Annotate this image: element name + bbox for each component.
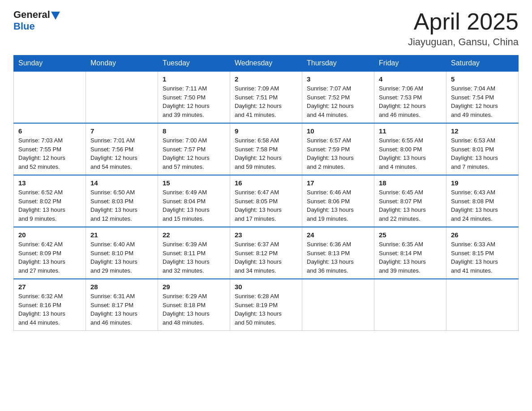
day-info: Sunrise: 6:28 AM Sunset: 8:19 PM Dayligh… [235, 292, 297, 327]
day-info: Sunrise: 6:39 AM Sunset: 8:11 PM Dayligh… [163, 240, 225, 275]
day-info: Sunrise: 6:46 AM Sunset: 8:06 PM Dayligh… [307, 188, 369, 223]
day-info: Sunrise: 6:36 AM Sunset: 8:13 PM Dayligh… [307, 240, 369, 275]
day-info: Sunrise: 6:31 AM Sunset: 8:17 PM Dayligh… [90, 292, 153, 327]
weekday-header-saturday: Saturday [446, 56, 519, 72]
day-number: 5 [451, 75, 514, 83]
month-title: April 2025 [408, 9, 519, 34]
day-info: Sunrise: 6:53 AM Sunset: 8:01 PM Dayligh… [451, 136, 514, 171]
day-number: 17 [307, 179, 369, 187]
calendar-cell: 4Sunrise: 7:06 AM Sunset: 7:53 PM Daylig… [374, 71, 446, 123]
day-number: 2 [235, 75, 297, 83]
day-info: Sunrise: 7:06 AM Sunset: 7:53 PM Dayligh… [379, 84, 442, 119]
day-number: 9 [235, 127, 297, 135]
calendar-week-row: 1Sunrise: 7:11 AM Sunset: 7:50 PM Daylig… [14, 71, 519, 123]
calendar-cell: 24Sunrise: 6:36 AM Sunset: 8:13 PM Dayli… [302, 227, 374, 279]
calendar-cell: 9Sunrise: 6:58 AM Sunset: 7:58 PM Daylig… [230, 123, 302, 175]
day-info: Sunrise: 6:32 AM Sunset: 8:16 PM Dayligh… [18, 292, 81, 327]
day-number: 14 [90, 179, 153, 187]
calendar-week-row: 20Sunrise: 6:42 AM Sunset: 8:09 PM Dayli… [14, 227, 519, 279]
calendar-week-row: 27Sunrise: 6:32 AM Sunset: 8:16 PM Dayli… [14, 279, 519, 331]
weekday-header-row: SundayMondayTuesdayWednesdayThursdayFrid… [14, 56, 519, 72]
weekday-header-thursday: Thursday [302, 56, 374, 72]
calendar-week-row: 13Sunrise: 6:52 AM Sunset: 8:02 PM Dayli… [14, 175, 519, 227]
day-info: Sunrise: 6:42 AM Sunset: 8:09 PM Dayligh… [18, 240, 81, 275]
calendar-cell: 19Sunrise: 6:43 AM Sunset: 8:08 PM Dayli… [446, 175, 519, 227]
calendar-cell: 25Sunrise: 6:35 AM Sunset: 8:14 PM Dayli… [374, 227, 446, 279]
calendar-cell [302, 279, 374, 331]
calendar-cell: 5Sunrise: 7:04 AM Sunset: 7:54 PM Daylig… [446, 71, 519, 123]
title-area: April 2025 Jiayuguan, Gansu, China [408, 9, 519, 48]
day-number: 4 [379, 75, 442, 83]
calendar-week-row: 6Sunrise: 7:03 AM Sunset: 7:55 PM Daylig… [14, 123, 519, 175]
day-info: Sunrise: 6:47 AM Sunset: 8:05 PM Dayligh… [235, 188, 297, 223]
calendar-cell: 15Sunrise: 6:49 AM Sunset: 8:04 PM Dayli… [158, 175, 230, 227]
day-info: Sunrise: 6:57 AM Sunset: 7:59 PM Dayligh… [307, 136, 369, 171]
day-number: 25 [379, 231, 442, 239]
calendar-cell: 17Sunrise: 6:46 AM Sunset: 8:06 PM Dayli… [302, 175, 374, 227]
logo: General Blue [13, 9, 60, 32]
day-info: Sunrise: 7:04 AM Sunset: 7:54 PM Dayligh… [451, 84, 514, 119]
weekday-header-monday: Monday [86, 56, 158, 72]
day-info: Sunrise: 6:43 AM Sunset: 8:08 PM Dayligh… [451, 188, 514, 223]
logo-general-text: General [13, 9, 50, 21]
day-info: Sunrise: 7:07 AM Sunset: 7:52 PM Dayligh… [307, 84, 369, 119]
day-number: 20 [18, 231, 81, 239]
day-info: Sunrise: 6:40 AM Sunset: 8:10 PM Dayligh… [90, 240, 153, 275]
location-title: Jiayuguan, Gansu, China [408, 36, 519, 48]
calendar-cell [14, 71, 86, 123]
day-number: 15 [163, 179, 225, 187]
day-info: Sunrise: 6:52 AM Sunset: 8:02 PM Dayligh… [18, 188, 81, 223]
day-number: 7 [90, 127, 153, 135]
day-info: Sunrise: 6:45 AM Sunset: 8:07 PM Dayligh… [379, 188, 442, 223]
logo-triangle-icon [51, 12, 60, 20]
day-number: 30 [235, 283, 297, 291]
day-number: 29 [163, 283, 225, 291]
weekday-header-tuesday: Tuesday [158, 56, 230, 72]
calendar-cell: 8Sunrise: 7:00 AM Sunset: 7:57 PM Daylig… [158, 123, 230, 175]
day-info: Sunrise: 7:00 AM Sunset: 7:57 PM Dayligh… [163, 136, 225, 171]
calendar-cell: 3Sunrise: 7:07 AM Sunset: 7:52 PM Daylig… [302, 71, 374, 123]
day-number: 13 [18, 179, 81, 187]
day-info: Sunrise: 7:09 AM Sunset: 7:51 PM Dayligh… [235, 84, 297, 119]
calendar-cell: 23Sunrise: 6:37 AM Sunset: 8:12 PM Dayli… [230, 227, 302, 279]
day-info: Sunrise: 6:29 AM Sunset: 8:18 PM Dayligh… [163, 292, 225, 327]
calendar-cell: 12Sunrise: 6:53 AM Sunset: 8:01 PM Dayli… [446, 123, 519, 175]
calendar-cell: 2Sunrise: 7:09 AM Sunset: 7:51 PM Daylig… [230, 71, 302, 123]
calendar-cell: 6Sunrise: 7:03 AM Sunset: 7:55 PM Daylig… [14, 123, 86, 175]
calendar-cell [446, 279, 519, 331]
day-info: Sunrise: 6:35 AM Sunset: 8:14 PM Dayligh… [379, 240, 442, 275]
calendar-cell: 26Sunrise: 6:33 AM Sunset: 8:15 PM Dayli… [446, 227, 519, 279]
day-info: Sunrise: 7:11 AM Sunset: 7:50 PM Dayligh… [163, 84, 225, 119]
day-info: Sunrise: 7:01 AM Sunset: 7:56 PM Dayligh… [90, 136, 153, 171]
day-number: 12 [451, 127, 514, 135]
day-number: 22 [163, 231, 225, 239]
day-number: 1 [163, 75, 225, 83]
day-number: 19 [451, 179, 514, 187]
calendar-cell: 30Sunrise: 6:28 AM Sunset: 8:19 PM Dayli… [230, 279, 302, 331]
calendar-cell [374, 279, 446, 331]
day-info: Sunrise: 6:49 AM Sunset: 8:04 PM Dayligh… [163, 188, 225, 223]
calendar-cell: 21Sunrise: 6:40 AM Sunset: 8:10 PM Dayli… [86, 227, 158, 279]
calendar-cell: 22Sunrise: 6:39 AM Sunset: 8:11 PM Dayli… [158, 227, 230, 279]
day-info: Sunrise: 6:33 AM Sunset: 8:15 PM Dayligh… [451, 240, 514, 275]
day-number: 16 [235, 179, 297, 187]
calendar-cell: 1Sunrise: 7:11 AM Sunset: 7:50 PM Daylig… [158, 71, 230, 123]
day-number: 23 [235, 231, 297, 239]
calendar-cell: 29Sunrise: 6:29 AM Sunset: 8:18 PM Dayli… [158, 279, 230, 331]
day-number: 6 [18, 127, 81, 135]
day-info: Sunrise: 6:50 AM Sunset: 8:03 PM Dayligh… [90, 188, 153, 223]
logo-blue-text: Blue [13, 21, 60, 32]
calendar-cell: 11Sunrise: 6:55 AM Sunset: 8:00 PM Dayli… [374, 123, 446, 175]
day-number: 24 [307, 231, 369, 239]
day-info: Sunrise: 6:58 AM Sunset: 7:58 PM Dayligh… [235, 136, 297, 171]
calendar-cell [86, 71, 158, 123]
calendar-cell: 7Sunrise: 7:01 AM Sunset: 7:56 PM Daylig… [86, 123, 158, 175]
day-info: Sunrise: 6:37 AM Sunset: 8:12 PM Dayligh… [235, 240, 297, 275]
day-number: 28 [90, 283, 153, 291]
day-number: 3 [307, 75, 369, 83]
day-number: 18 [379, 179, 442, 187]
calendar-cell: 18Sunrise: 6:45 AM Sunset: 8:07 PM Dayli… [374, 175, 446, 227]
day-info: Sunrise: 7:03 AM Sunset: 7:55 PM Dayligh… [18, 136, 81, 171]
calendar-cell: 16Sunrise: 6:47 AM Sunset: 8:05 PM Dayli… [230, 175, 302, 227]
day-number: 21 [90, 231, 153, 239]
